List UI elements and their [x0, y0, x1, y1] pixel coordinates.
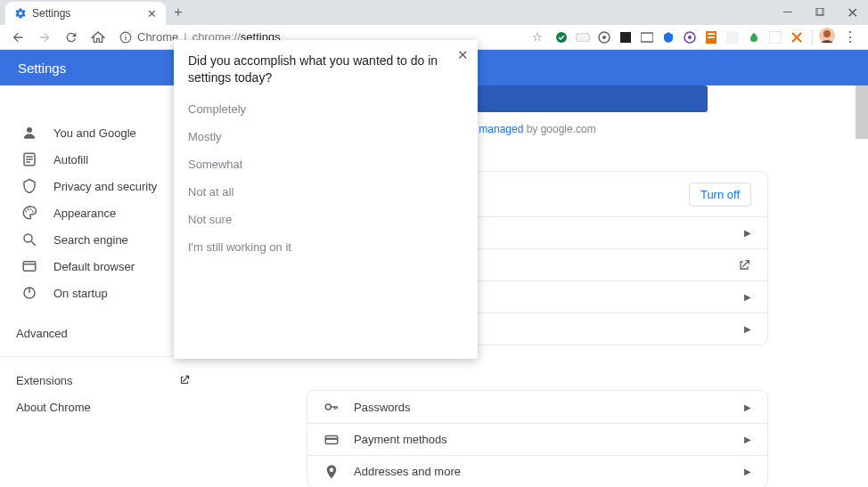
- svg-rect-16: [708, 37, 715, 38]
- autofill-card: Passwords ▶ Payment methods ▶ Addresses …: [307, 390, 768, 487]
- chevron-right-icon: ▶: [744, 402, 751, 412]
- tab-strip: Settings ✕ + ✕: [0, 0, 868, 25]
- autofill-icon: [21, 151, 37, 167]
- page-title: Settings: [18, 61, 66, 76]
- svg-point-36: [325, 404, 331, 410]
- survey-option[interactable]: Not sure: [188, 206, 463, 233]
- chevron-right-icon: ▶: [744, 324, 751, 334]
- svg-point-28: [30, 208, 32, 210]
- svg-point-29: [32, 211, 34, 213]
- chevron-right-icon: ▶: [744, 467, 751, 476]
- row-label: Addresses and more: [354, 465, 744, 478]
- svg-rect-15: [708, 33, 715, 35]
- sidebar-item-label: Search engine: [53, 233, 128, 247]
- extension-icon[interactable]: [552, 28, 571, 47]
- addresses-row[interactable]: Addresses and more ▶: [307, 455, 767, 487]
- toolbar-separator: [812, 29, 813, 45]
- sidebar-item-label: On startup: [53, 287, 108, 300]
- site-info-icon[interactable]: [119, 31, 132, 44]
- svg-rect-7: [576, 33, 590, 42]
- svg-rect-0: [783, 12, 792, 12]
- home-button[interactable]: [86, 25, 111, 50]
- svg-rect-2: [817, 8, 824, 15]
- managed-suffix: by google.com: [523, 123, 595, 135]
- maximize-button[interactable]: [804, 0, 836, 25]
- scrollbar-thumb[interactable]: [856, 85, 868, 139]
- extension-icons: [552, 28, 807, 47]
- profile-avatar[interactable]: [818, 27, 836, 48]
- person-icon: [21, 125, 37, 141]
- sidebar-extensions-link[interactable]: Extensions: [0, 367, 207, 394]
- survey-option[interactable]: Completely: [188, 95, 463, 123]
- window-controls: ✕: [772, 0, 868, 25]
- svg-point-26: [25, 211, 27, 213]
- close-window-button[interactable]: ✕: [836, 0, 868, 25]
- svg-rect-10: [620, 32, 631, 43]
- sidebar-item-label: Autofill: [53, 153, 88, 166]
- sidebar-about-link[interactable]: About Chrome: [0, 394, 207, 420]
- minimize-button[interactable]: [772, 0, 804, 25]
- omnibox-origin: Chrome: [137, 30, 178, 44]
- turn-off-button[interactable]: Turn off: [689, 183, 751, 207]
- svg-line-31: [31, 241, 36, 246]
- payment-row[interactable]: Payment methods ▶: [307, 423, 767, 455]
- svg-point-13: [688, 36, 692, 39]
- palette-icon: [21, 205, 37, 221]
- back-button[interactable]: [5, 25, 30, 50]
- managed-link[interactable]: managed: [479, 123, 523, 135]
- extension-icon[interactable]: [594, 28, 614, 47]
- svg-rect-11: [641, 33, 653, 42]
- forward-button[interactable]: [32, 25, 57, 50]
- tab-close-icon[interactable]: ✕: [147, 7, 157, 20]
- svg-rect-17: [726, 31, 739, 44]
- browser-tab[interactable]: Settings ✕: [5, 2, 166, 25]
- chevron-right-icon: ▶: [744, 228, 751, 238]
- bookmark-star-icon[interactable]: ☆: [532, 30, 543, 44]
- location-icon: [323, 464, 340, 480]
- sidebar-item-label: Default browser: [53, 260, 135, 273]
- extension-icon[interactable]: [787, 28, 807, 47]
- survey-option[interactable]: Not at all: [188, 178, 463, 206]
- popup-close-icon[interactable]: ✕: [457, 47, 469, 63]
- survey-option[interactable]: Mostly: [188, 123, 463, 150]
- svg-point-20: [823, 30, 831, 37]
- open-external-icon: [737, 258, 751, 272]
- svg-rect-18: [769, 31, 782, 44]
- passwords-row[interactable]: Passwords ▶: [307, 391, 767, 423]
- extension-icon[interactable]: [659, 28, 678, 47]
- svg-rect-5: [125, 34, 126, 35]
- open-external-icon: [178, 374, 191, 386]
- about-label: About Chrome: [16, 401, 91, 414]
- extension-icon[interactable]: [723, 28, 742, 47]
- extension-icon[interactable]: [573, 28, 593, 47]
- advanced-label: Advanced: [16, 327, 68, 340]
- key-icon: [323, 399, 340, 415]
- svg-rect-25: [26, 161, 30, 163]
- svg-rect-32: [23, 262, 36, 272]
- survey-popup: ✕ Did you accomplish what you wanted to …: [174, 40, 478, 359]
- power-icon: [21, 285, 37, 301]
- svg-rect-4: [125, 36, 126, 39]
- svg-rect-24: [26, 158, 33, 160]
- svg-point-21: [27, 127, 32, 133]
- search-icon: [21, 231, 37, 248]
- extensions-label: Extensions: [16, 374, 73, 387]
- extension-icon[interactable]: [701, 28, 721, 47]
- extension-icon[interactable]: [680, 28, 700, 47]
- new-tab-button[interactable]: +: [166, 0, 191, 25]
- svg-point-27: [28, 208, 29, 210]
- extension-icon[interactable]: [616, 28, 635, 47]
- svg-point-9: [602, 36, 606, 39]
- extension-icon[interactable]: [744, 28, 764, 47]
- extension-icon[interactable]: [766, 28, 785, 47]
- svg-rect-23: [26, 156, 33, 158]
- settings-gear-icon: [14, 7, 27, 20]
- extension-icon[interactable]: [637, 28, 657, 47]
- row-label: Payment methods: [354, 433, 744, 446]
- credit-card-icon: [323, 432, 340, 448]
- tab-title: Settings: [32, 7, 142, 20]
- kebab-menu-icon[interactable]: ⋮: [838, 28, 863, 45]
- reload-button[interactable]: [59, 25, 84, 50]
- survey-option[interactable]: I'm still working on it: [188, 233, 463, 261]
- survey-option[interactable]: Somewhat: [188, 150, 463, 178]
